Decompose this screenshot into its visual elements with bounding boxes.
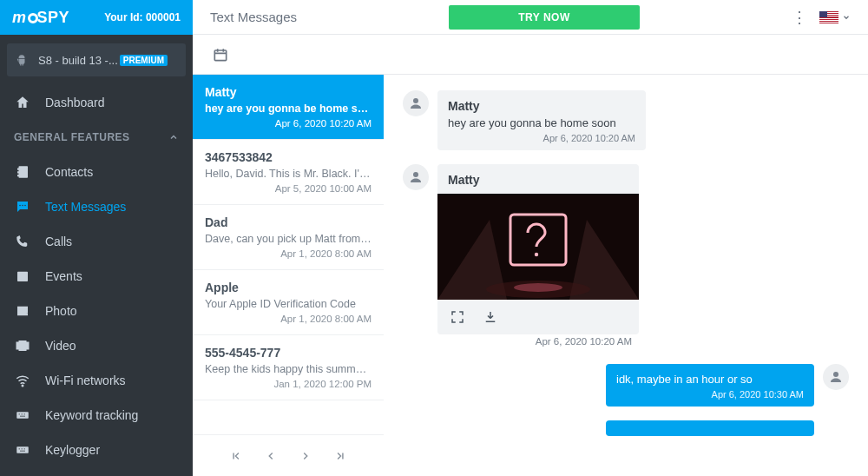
sidebar-item-keyword-tracking[interactable]: Keyword tracking: [0, 398, 193, 433]
top-bar: Text Messages TRY NOW ⋮: [193, 0, 868, 35]
message-bubble: idk, maybe in an hour or so Apr 6, 2020 …: [606, 364, 814, 407]
sidebar-item-video[interactable]: Video: [0, 328, 193, 363]
conversation-item[interactable]: 555-4545-777 Keep the kids happy this su…: [193, 335, 384, 400]
user-id-label: Your Id: 000001: [104, 11, 181, 23]
sidebar-item-text-messages[interactable]: Text Messages: [0, 189, 193, 224]
message-timestamp: Apr 6, 2020 10:30 AM: [616, 389, 804, 400]
photo-icon: [14, 303, 31, 319]
date-filter-button[interactable]: [212, 46, 229, 63]
sidebar-section-general-features[interactable]: GENERAL FEATURES: [0, 120, 193, 155]
language-selector[interactable]: [819, 11, 851, 23]
svg-point-3: [22, 385, 23, 387]
keyboard-icon: [14, 407, 31, 423]
pager-last-icon[interactable]: [331, 446, 350, 466]
message-text: hey are you gonna be home soon: [448, 116, 635, 129]
sidebar-header: mSPY Your Id: 000001: [0, 0, 193, 35]
media-actions: [437, 300, 639, 334]
svg-rect-7: [24, 414, 26, 415]
sidebar-item-installed-apps[interactable]: Installed APPs: [0, 467, 193, 476]
chevron-down-icon: [842, 13, 851, 22]
video-icon: [14, 338, 31, 354]
sidebar-item-calls[interactable]: Calls: [0, 224, 193, 259]
conversation-item[interactable]: Dad Dave, can you pick up Matt from scho…: [193, 205, 384, 270]
conversation-date: Apr 5, 2020 10:00 AM: [205, 183, 372, 194]
main-panel: Text Messages TRY NOW ⋮: [193, 0, 868, 476]
conversation-snippet: Dave, can you pick up Matt from schoo…: [205, 233, 372, 245]
svg-rect-13: [20, 451, 25, 452]
conversation-name: Dad: [205, 215, 372, 229]
message-sender: Matty: [448, 99, 635, 113]
svg-rect-4: [16, 412, 29, 419]
conversation-list: Matty hey are you gonna be home soon Apr…: [193, 75, 384, 476]
phone-icon: [14, 234, 31, 249]
avatar-icon: [823, 364, 849, 390]
sidebar-item-contacts[interactable]: Contacts: [0, 155, 193, 189]
conversation-name: 3467533842: [205, 150, 372, 164]
android-icon: [16, 54, 28, 66]
svg-rect-8: [20, 416, 25, 417]
avatar-icon: [403, 164, 429, 190]
page-title: Text Messages: [210, 10, 297, 24]
conversation-name: Matty: [205, 85, 372, 99]
device-selector[interactable]: S8 - build 13 -... PREMIUM: [7, 43, 186, 76]
pager-next-icon[interactable]: [296, 446, 315, 466]
message-row-out: [403, 420, 849, 446]
nav-label: Wi-Fi networks: [45, 374, 126, 387]
pager-first-icon[interactable]: [227, 446, 246, 466]
sidebar: mSPY Your Id: 000001 S8 - build 13 -... …: [0, 0, 193, 476]
sidebar-item-dashboard[interactable]: Dashboard: [0, 85, 193, 120]
sidebar-item-events[interactable]: Events: [0, 259, 193, 294]
try-now-button[interactable]: TRY NOW: [449, 5, 640, 30]
conversation-item[interactable]: Matty hey are you gonna be home soon Apr…: [193, 75, 384, 140]
more-menu-icon[interactable]: ⋮: [792, 8, 807, 27]
conversation-snippet: Hello, David. This is Mr. Black. I've no…: [205, 168, 372, 180]
message-bubble: [606, 420, 814, 436]
nav-label: Video: [45, 339, 76, 353]
svg-rect-20: [214, 50, 226, 61]
nav-label: Calls: [45, 235, 72, 248]
chevron-up-icon: [168, 132, 179, 142]
message-row-in: Matty hey are you gonna be home soon Apr…: [403, 90, 849, 150]
svg-point-21: [413, 98, 418, 103]
svg-point-2: [24, 205, 26, 207]
download-icon[interactable]: [483, 309, 498, 325]
nav-label: Text Messages: [45, 200, 126, 214]
conversation-snippet: Your Apple ID Verification Code: [205, 298, 372, 310]
svg-rect-9: [16, 446, 29, 453]
svg-rect-12: [24, 449, 26, 450]
device-name: S8 - build 13 -...: [38, 54, 118, 67]
conversation-item[interactable]: 3467533842 Hello, David. This is Mr. Bla…: [193, 140, 384, 205]
avatar-icon: [403, 90, 429, 116]
sidebar-item-photo[interactable]: Photo: [0, 294, 193, 328]
message-timestamp: Apr 6, 2020 10:20 AM: [448, 133, 635, 143]
message-icon: [14, 199, 31, 215]
message-row-in: Matty: [403, 164, 849, 350]
conversation-name: Apple: [205, 281, 372, 294]
svg-point-28: [833, 372, 838, 377]
conversation-item[interactable]: Apple Your Apple ID Verification Code Ap…: [193, 270, 384, 335]
conversation-snippet: hey are you gonna be home soon: [205, 102, 372, 115]
message-image[interactable]: [437, 194, 639, 300]
sidebar-item-keylogger[interactable]: Keylogger: [0, 433, 193, 467]
svg-point-0: [19, 205, 21, 207]
message-bubble: Matty hey are you gonna be home soon Apr…: [437, 90, 646, 150]
svg-point-25: [535, 253, 538, 256]
svg-rect-5: [19, 414, 21, 415]
contacts-icon: [14, 164, 31, 180]
pager-prev-icon[interactable]: [261, 446, 280, 466]
nav-label: Dashboard: [45, 96, 105, 109]
message-text: idk, maybe in an hour or so: [616, 373, 804, 386]
keyboard-icon: [14, 442, 31, 458]
nav-label: Keyword tracking: [45, 408, 138, 422]
sidebar-item-wifi[interactable]: Wi-Fi networks: [0, 363, 193, 398]
conversation-date: Jan 1, 2020 12:00 PM: [205, 379, 372, 389]
message-thread[interactable]: Matty hey are you gonna be home soon Apr…: [384, 75, 868, 476]
conversation-date: Apr 1, 2020 8:00 AM: [205, 314, 372, 324]
svg-point-22: [413, 172, 418, 177]
expand-icon[interactable]: [450, 309, 465, 325]
home-icon: [14, 95, 31, 110]
premium-badge: PREMIUM: [120, 55, 168, 66]
svg-rect-10: [19, 449, 21, 450]
brand-logo: mSPY: [12, 9, 69, 27]
svg-point-1: [22, 205, 23, 207]
